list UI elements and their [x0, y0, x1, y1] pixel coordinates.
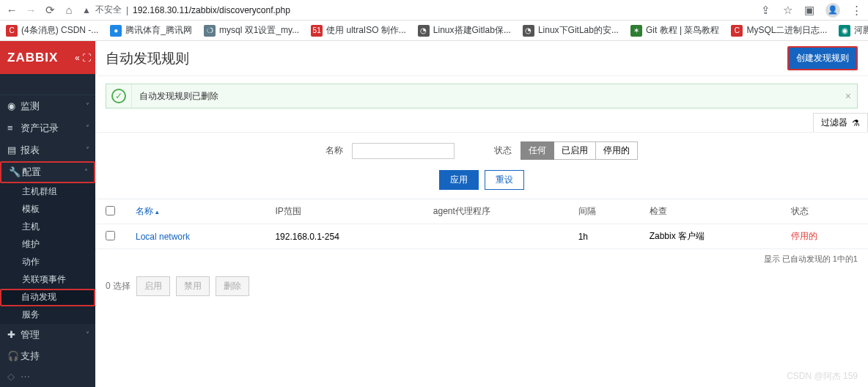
- browser-toolbar: ← → ⟳ ⌂ ▲ 不安全 | 192.168.30.11/zabbix/dis…: [0, 0, 868, 21]
- filter-panel: 名称 状态 任何已启用停用的 应用 重设: [95, 132, 868, 199]
- chevron-icon: ˄: [84, 168, 88, 176]
- batch-disable-button[interactable]: 禁用: [176, 276, 210, 296]
- filter-name-input[interactable]: [352, 143, 455, 159]
- alert-message: 自动发现规则已删除: [131, 84, 857, 108]
- cell-interval: 1h: [568, 224, 639, 249]
- favicon: C: [731, 25, 743, 37]
- chevron-icon: ˅: [86, 124, 89, 132]
- sidebar-item-label: 报表: [21, 144, 40, 157]
- bookmark-label: mysql 双1设置_my...: [219, 24, 299, 37]
- bookmark-item[interactable]: 51使用 ultraISO 制作...: [311, 24, 406, 37]
- status-seg-option[interactable]: 已启用: [554, 141, 596, 160]
- address-bar[interactable]: ▲ 不安全 | 192.168.30.11/zabbix/discoveryco…: [82, 4, 752, 16]
- filter-status-label: 状态: [494, 144, 512, 157]
- bookmark-label: MySQL二进制日志...: [746, 24, 827, 37]
- sidebar-subitem[interactable]: 主机群组: [0, 183, 95, 201]
- kebab-menu-icon[interactable]: ⋮: [850, 4, 862, 17]
- bookmark-item[interactable]: ✶Git 教程 | 菜鸟教程: [630, 24, 719, 37]
- sidebar-item[interactable]: ▤报表˅: [0, 139, 95, 161]
- status-seg-option[interactable]: 任何: [521, 141, 554, 160]
- column-header[interactable]: 名称: [125, 199, 265, 224]
- sidebar-collapse-icon[interactable]: « ⛶: [75, 53, 91, 63]
- sidebar-item[interactable]: ✚管理˅: [0, 324, 95, 346]
- filter-toggle[interactable]: 过滤器 ⚗: [813, 113, 868, 132]
- status-link[interactable]: 停用的: [791, 231, 817, 241]
- sidebar-subitem[interactable]: 主机: [0, 218, 95, 236]
- column-header[interactable]: 检查: [639, 199, 781, 224]
- status-segmented: 任何已启用停用的: [521, 141, 638, 160]
- chevron-icon: ˅: [86, 102, 89, 110]
- apply-button[interactable]: 应用: [439, 170, 479, 190]
- favicon: ◔: [418, 25, 430, 37]
- sidebar-subitem[interactable]: 动作: [0, 254, 95, 271]
- bookmark-item[interactable]: ◉河豚直播-直播-NBA...: [839, 24, 868, 37]
- status-seg-option[interactable]: 停用的: [596, 141, 638, 160]
- chevron-icon: ˅: [86, 146, 89, 154]
- reload-button[interactable]: ⟳: [44, 4, 56, 17]
- sidebar-item[interactable]: 🔧配置˄: [0, 161, 95, 183]
- sidebar-item-more[interactable]: ◇⋯: [0, 366, 95, 387]
- home-button[interactable]: ⌂: [63, 4, 75, 16]
- bookmark-label: Linux搭建Gitlab保...: [433, 24, 511, 37]
- reset-button[interactable]: 重设: [485, 170, 524, 190]
- share-icon[interactable]: ⇪: [760, 4, 771, 17]
- create-rule-button[interactable]: 创建发现规则: [787, 46, 858, 70]
- batch-actions: 0 选择 启用 禁用 删除: [95, 269, 868, 303]
- success-icon-wrap: ✓: [106, 89, 131, 103]
- bookmark-item[interactable]: ●腾讯体育_腾讯网: [110, 24, 192, 37]
- row-checkbox[interactable]: [106, 231, 115, 240]
- sidebar-item[interactable]: ◉监测˅: [0, 95, 95, 117]
- cell-check: Zabbix 客户端: [639, 224, 781, 249]
- column-header[interactable]: agent代理程序: [423, 199, 568, 224]
- logo-row: ZABBIX « ⛶: [0, 41, 95, 74]
- page-title: 自动发现规则: [106, 49, 189, 68]
- favicon: ◔: [523, 25, 534, 37]
- watermark: CSDN @阿杰 159: [787, 370, 858, 383]
- sidebar-subitem[interactable]: 服务: [0, 306, 95, 324]
- nav-icon: ✚: [7, 329, 21, 340]
- profile-avatar[interactable]: 👤: [825, 3, 840, 18]
- bookmark-item[interactable]: CMySQL二进制日志...: [731, 24, 827, 37]
- cell-ip: 192.168.0.1-254: [265, 224, 422, 249]
- url-separator: |: [126, 5, 128, 15]
- star-icon[interactable]: ☆: [781, 4, 793, 17]
- warning-icon: ▲: [82, 5, 91, 15]
- alert-close-icon[interactable]: ×: [845, 90, 851, 102]
- select-all-checkbox[interactable]: [106, 206, 115, 215]
- success-alert: ✓ 自动发现规则已删除 ×: [106, 84, 858, 108]
- forward-button[interactable]: →: [25, 4, 37, 16]
- batch-enable-button[interactable]: 启用: [136, 276, 170, 296]
- sidebar-item[interactable]: ≡资产记录˅: [0, 117, 95, 139]
- cell-agent: [423, 224, 568, 249]
- column-header[interactable]: 状态: [781, 199, 868, 224]
- rule-name-link[interactable]: Local network: [136, 232, 190, 242]
- headset-icon: 🎧: [7, 350, 21, 361]
- batch-delete-button[interactable]: 删除: [216, 276, 249, 296]
- bookmark-item[interactable]: C(4条消息) CSDN -...: [6, 24, 98, 37]
- column-header[interactable]: IP范围: [265, 199, 422, 224]
- table-footer: 显示 已自动发现的 1中的1: [95, 249, 868, 269]
- back-button[interactable]: ←: [6, 4, 18, 16]
- sidebar-subitem[interactable]: 关联项事件: [0, 271, 95, 289]
- sidebar-item-label: 监测: [21, 100, 40, 113]
- filter-name-label: 名称: [326, 144, 343, 157]
- bookmark-item[interactable]: ◔Linux搭建Gitlab保...: [418, 24, 511, 37]
- bookmark-label: (4条消息) CSDN -...: [21, 24, 98, 37]
- sidebar-search[interactable]: 🔍: [0, 74, 95, 95]
- bookmark-item[interactable]: ◔Linux下GitLab的安...: [523, 24, 619, 37]
- favicon: ✶: [630, 25, 642, 37]
- bookmark-item[interactable]: ❍mysql 双1设置_my...: [204, 24, 299, 37]
- sidebar-subitem[interactable]: 自动发现: [0, 289, 95, 306]
- favicon: C: [6, 25, 18, 37]
- filter-label: 过滤器: [821, 117, 847, 129]
- nav-icon: ◉: [7, 100, 21, 111]
- extensions-icon[interactable]: ▣: [803, 4, 815, 17]
- bookmark-label: Git 教程 | 菜鸟教程: [646, 24, 719, 37]
- sidebar-item-support[interactable]: 🎧 支持: [0, 346, 95, 366]
- favicon: ❍: [204, 25, 216, 37]
- column-header[interactable]: 间隔: [568, 199, 639, 224]
- sidebar-subitem[interactable]: 维护: [0, 236, 95, 254]
- filter-icon: ⚗: [852, 118, 860, 128]
- sidebar-subitem[interactable]: 模板: [0, 201, 95, 218]
- bookmark-label: 使用 ultraISO 制作...: [326, 24, 406, 37]
